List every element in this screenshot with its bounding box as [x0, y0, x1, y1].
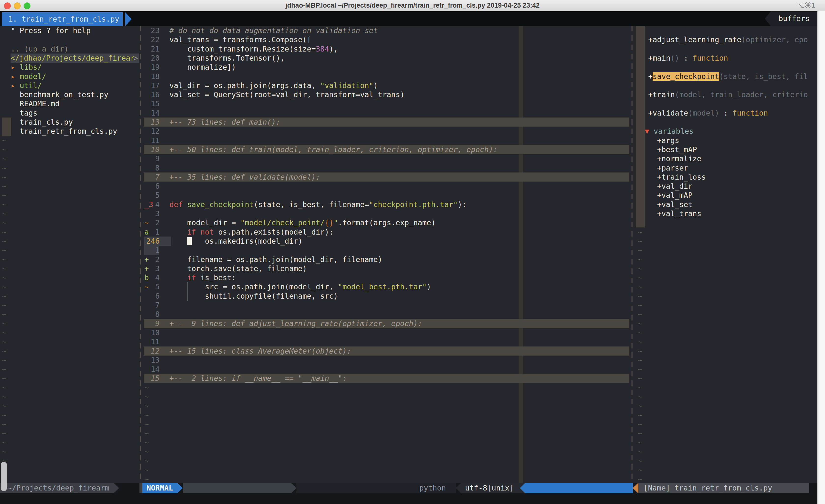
code-line[interactable]: 10: [144, 328, 629, 337]
code-line[interactable]: 14: [144, 108, 629, 118]
buffers-arrow-decoration: [765, 11, 771, 26]
code-line[interactable]: 13: [144, 355, 629, 365]
tab-train-retr-from-cls[interactable]: 1. train_retr_from_cls.py: [2, 12, 123, 26]
code-line[interactable]: 22val_trans = transforms.Compose([: [144, 35, 629, 45]
code-line[interactable]: 7+-- 35 lines: def validate(model):: [144, 172, 629, 182]
window-separator-left[interactable]: [140, 26, 141, 483]
tag-entry-+parser[interactable]: +parser: [636, 163, 825, 173]
tree-item-train_cls.py[interactable]: train_cls.py: [0, 117, 139, 127]
command-line[interactable]: [0, 493, 817, 504]
empty-line-tilde: ~: [0, 228, 141, 237]
tree-item-libs/[interactable]: ▸ libs/: [0, 63, 139, 72]
powerline-arrow-orange: [633, 483, 638, 493]
line-text: if not os.path.exists(model_dir):: [169, 228, 333, 237]
code-line[interactable]: +2 filename = os.path.join(model_dir, fi…: [144, 255, 629, 264]
code-line[interactable]: 9+-- 9 lines: def adjust_learning_rate(o…: [144, 319, 629, 328]
open-buffer-sign: [2, 117, 11, 127]
tag-entry-+args[interactable]: +args: [636, 136, 825, 145]
line-number: 5: [146, 191, 160, 200]
empty-line-tilde: ~: [636, 310, 819, 319]
window-separator-right[interactable]: [631, 26, 632, 483]
tree-item-tags[interactable]: tags: [0, 108, 139, 118]
tag-entry-adjust_learning_rate[interactable]: +adjust_learning_rate(optimizer, epo>: [636, 35, 825, 45]
code-line[interactable]: 8: [144, 310, 629, 319]
tag-name: validate: [653, 109, 688, 117]
tree-item-train_retr_from_cls.py[interactable]: train_retr_from_cls.py: [0, 127, 139, 136]
line-text: torch.save(state, filename): [169, 264, 307, 273]
empty-line-tilde: ~: [0, 136, 141, 145]
empty-line-tilde: ~: [636, 337, 819, 346]
scrollbar-track[interactable]: [817, 11, 825, 504]
tag-entry-+normalize[interactable]: +normalize: [636, 154, 825, 163]
empty-line-tilde: ~: [0, 200, 141, 209]
vim-mode-indicator: NORMAL: [142, 483, 177, 493]
tag-entry-save_checkpoint[interactable]: +save_checkpoint(state, is_best, fil>: [636, 72, 825, 81]
tree-item-.. (up a dir)[interactable]: .. (up a dir): [0, 45, 139, 54]
empty-line-tilde: ~: [0, 374, 141, 383]
tag-entry-train[interactable]: +train(model, train_loader, criterio>: [636, 90, 825, 99]
line-number: 2: [146, 255, 160, 264]
scrollbar-thumb[interactable]: [1, 462, 7, 491]
tag-entry-+val_dir[interactable]: +val_dir: [636, 182, 825, 191]
code-line[interactable]: 15: [144, 99, 629, 108]
tagbar-kind-variables[interactable]: ▼ variables: [636, 127, 825, 136]
powerline-arrow: [456, 483, 461, 493]
code-line[interactable]: 12: [144, 127, 629, 136]
line-text: normalize]): [169, 63, 236, 72]
empty-line-tilde: ~: [636, 456, 819, 466]
code-line[interactable]: 3: [144, 209, 629, 219]
code-line[interactable]: 8: [144, 163, 629, 173]
code-line[interactable]: 17val_dir = os.path.join(args.data, "val…: [144, 81, 629, 90]
kind-label: variables: [649, 127, 694, 136]
empty-line-tilde: ~: [0, 392, 141, 402]
buffers-label[interactable]: buffers: [771, 11, 817, 26]
code-line[interactable]: 9: [144, 154, 629, 163]
tree-item-README.md[interactable]: README.md: [0, 99, 139, 108]
code-line[interactable]: 23# do not do data augmentation on valid…: [144, 26, 629, 35]
code-line[interactable]: 21 custom_transform.Resize(size=384),: [144, 45, 629, 54]
code-line[interactable]: 13+-- 73 lines: def main():: [144, 117, 629, 127]
code-line[interactable]: 20 transforms.ToTensor(),: [144, 54, 629, 63]
code-line[interactable]: 6 shutil.copyfile(filename, src): [144, 291, 629, 301]
tree-item-benchmark_on_test.py[interactable]: benchmark_on_test.py: [0, 90, 139, 99]
code-line[interactable]: 1: [144, 246, 629, 255]
code-line[interactable]: 11: [144, 136, 629, 145]
tag-entry-main[interactable]: +main() : function: [636, 54, 825, 63]
code-line[interactable]: 11: [144, 337, 629, 346]
tab-arrow-decoration: [125, 12, 132, 26]
code-line[interactable]: ~2 model_dir = "model/check_point/{}".fo…: [144, 218, 629, 228]
tag-entry-+val_set[interactable]: +val_set: [636, 200, 825, 209]
code-line[interactable]: +3 torch.save(state, filename): [144, 264, 629, 273]
empty-line-tilde: ~: [0, 172, 141, 182]
code-line[interactable]: 18: [144, 72, 629, 81]
tree-item-util/[interactable]: ▸ util/: [0, 81, 139, 90]
tag-entry-+best_mAP[interactable]: +best_mAP: [636, 145, 825, 154]
code-line[interactable]: 10+-- 50 lines: def train(model, train_l…: [144, 145, 629, 154]
tagbar-panel: +adjust_learning_rate(optimizer, epo>+ma…: [636, 26, 817, 483]
code-line[interactable]: 6: [144, 182, 629, 191]
code-line[interactable]: b4 if is_best:: [144, 273, 629, 282]
code-line[interactable]: 7: [144, 301, 629, 310]
empty-line-tilde: ~: [144, 447, 630, 456]
code-line[interactable]: 16val_set = QuerySet(root=val_dir, trans…: [144, 90, 629, 99]
tag-entry-+train_loss[interactable]: +train_loss: [636, 172, 825, 182]
code-line[interactable]: _34def save_checkpoint(state, is_best, f…: [144, 200, 629, 209]
tag-entry-+val_trans[interactable]: +val_trans: [636, 209, 825, 219]
code-line[interactable]: 246 os.makedirs(model_dir): [144, 237, 629, 246]
empty-line-tilde: ~: [636, 429, 819, 438]
empty-line-tilde: ~: [0, 456, 141, 466]
code-line[interactable]: ~5 src = os.path.join(model_dir, "model_…: [144, 282, 629, 291]
code-line[interactable]: a1 if not os.path.exists(model_dir):: [144, 228, 629, 237]
code-editor-panel: 23# do not do data augmentation on valid…: [144, 26, 629, 483]
code-line[interactable]: 15+-- 2 lines: if __name__ == "__main__"…: [144, 374, 629, 383]
tag-entry-validate[interactable]: +validate(model) : function: [636, 108, 825, 118]
tag-entry-+val_mAP[interactable]: +val_mAP: [636, 191, 825, 200]
tree-item-model/[interactable]: ▸ model/: [0, 72, 139, 81]
code-line[interactable]: 12+-- 15 lines: class AverageMeter(objec…: [144, 346, 629, 356]
code-line[interactable]: 19 normalize]): [144, 63, 629, 72]
code-line[interactable]: 5: [144, 191, 629, 200]
titlebar[interactable]: jdhao-MBP.local ~/Projects/deep_firearm/…: [0, 0, 825, 11]
tree-item-</jdhao/Projects/deep_firear[interactable]: </jdhao/Projects/deep_firear>: [0, 54, 139, 63]
empty-line-tilde: ~: [636, 319, 819, 328]
code-line[interactable]: 14: [144, 365, 629, 374]
